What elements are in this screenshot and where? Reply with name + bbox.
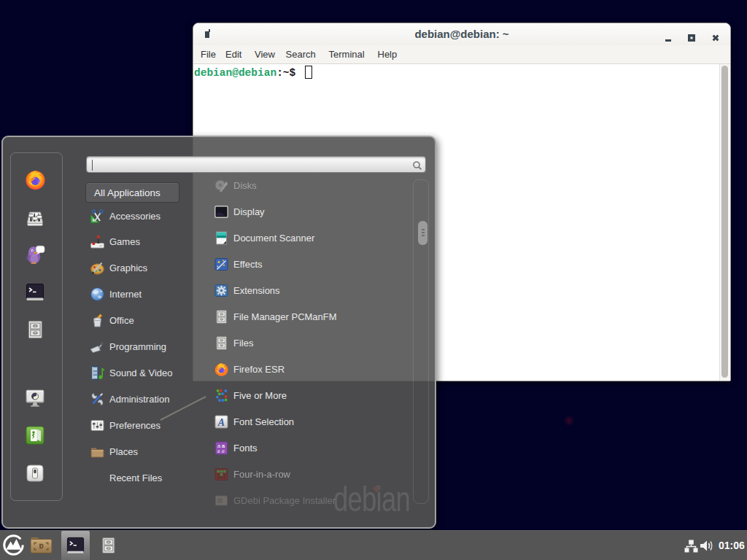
svg-text:A: A xyxy=(217,416,225,427)
svg-text:a: a xyxy=(222,448,225,454)
